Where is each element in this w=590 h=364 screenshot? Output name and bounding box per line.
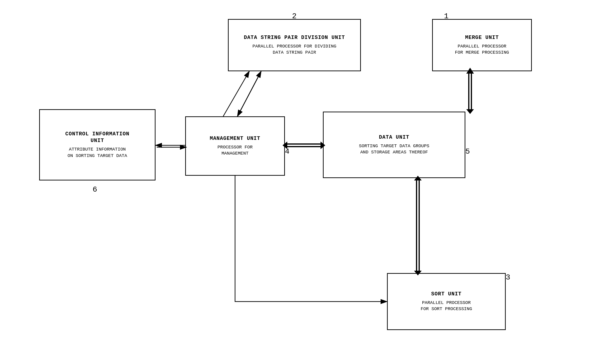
arrow-management-to-division — [237, 71, 261, 116]
merge-unit-title: MERGE UNIT — [465, 34, 499, 41]
management-unit-title: MANAGEMENT UNIT — [210, 135, 260, 142]
arrow-mgmt-to-div — [223, 71, 249, 116]
arrow-mgmt-to-sort — [235, 176, 387, 302]
data-unit-box: DATA UNIT SORTING TARGET DATA GROUPSAND … — [323, 112, 465, 178]
data-string-pair-division-unit-title: DATA STRING PAIR DIVISION UNIT — [244, 34, 345, 41]
control-information-unit-subtitle: ATTRIBUTE INFORMATIONON SORTING TARGET D… — [68, 146, 127, 159]
label-3: 3 — [506, 273, 510, 282]
control-information-unit-title: CONTROL INFORMATIONUNIT — [65, 131, 130, 144]
data-string-pair-division-unit-subtitle: PARALLEL PROCESSOR FOR DIVIDINGDATA STRI… — [252, 43, 336, 56]
arrow-div-to-mgmt — [237, 71, 261, 116]
sort-unit-subtitle: PARALLEL PROCESSORFOR SORT PROCESSING — [421, 300, 472, 312]
sort-unit-title: SORT UNIT — [431, 291, 461, 298]
control-information-unit-box: CONTROL INFORMATIONUNIT ATTRIBUTE INFORM… — [39, 109, 156, 181]
arrowhead-data-down — [466, 109, 474, 114]
arrow-division-to-management — [237, 71, 261, 116]
diagram-container: 1 2 3 4 5 6 MERGE UNIT PARALLEL PROCESSO… — [0, 0, 590, 364]
label-6: 6 — [93, 185, 97, 194]
data-string-pair-division-unit-box: DATA STRING PAIR DIVISION UNIT PARALLEL … — [228, 19, 361, 71]
label-5: 5 — [465, 147, 470, 156]
management-unit-box: MANAGEMENT UNIT PROCESSOR FORMANAGEMENT — [185, 116, 285, 176]
data-unit-title: DATA UNIT — [379, 134, 409, 141]
merge-unit-box: MERGE UNIT PARALLEL PROCESSORFOR MERGE P… — [432, 19, 532, 71]
label-4: 4 — [285, 147, 289, 156]
sort-unit-box: SORT UNIT PARALLEL PROCESSORFOR SORT PRO… — [387, 273, 506, 330]
management-unit-subtitle: PROCESSOR FORMANAGEMENT — [217, 144, 253, 157]
merge-unit-subtitle: PARALLEL PROCESSORFOR MERGE PROCESSING — [455, 43, 509, 56]
data-unit-subtitle: SORTING TARGET DATA GROUPSAND STORAGE AR… — [359, 143, 429, 156]
